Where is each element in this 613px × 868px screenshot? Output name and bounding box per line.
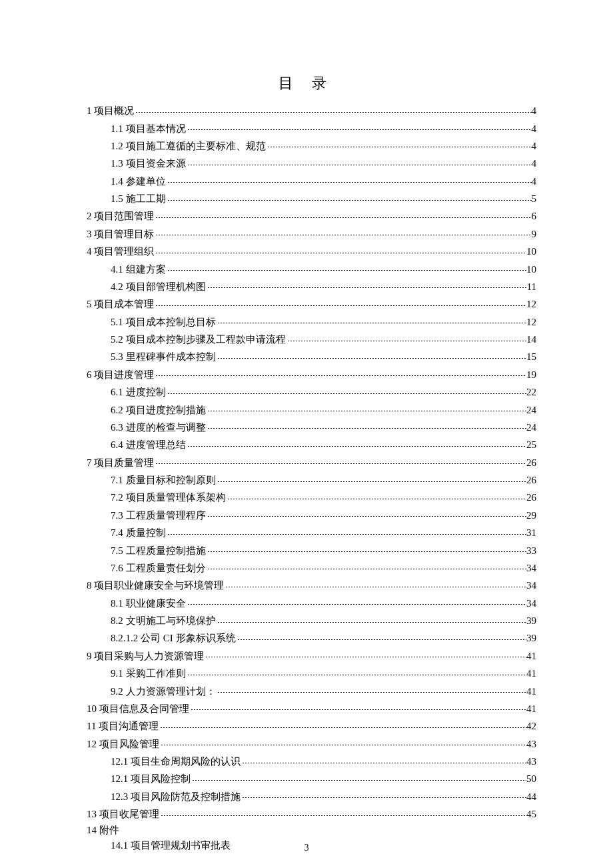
- toc-leader-dots: [207, 403, 527, 413]
- toc-entry-label: 4 项目管理组织: [87, 247, 154, 257]
- toc-entry[interactable]: 9.1 采购工作准则41: [87, 664, 536, 681]
- toc-entry-page: 14: [526, 335, 536, 345]
- toc-entry-page: 4: [532, 141, 537, 151]
- toc-entry-title: 项目部管理机构图: [123, 281, 206, 292]
- toc-entry-title: 项目采购与人力资源管理: [92, 651, 205, 661]
- toc-entry[interactable]: 1.2 项目施工遵循的主要标准、规范4: [87, 137, 536, 154]
- toc-entry-title: 附件: [97, 825, 119, 835]
- toc-entry[interactable]: 8.1 职业健康安全34: [87, 594, 536, 611]
- toc-leader-dots: [225, 579, 526, 589]
- toc-entry-page: 4: [532, 159, 537, 169]
- toc-entry-label: 12.3 项目风险防范及控制措施: [111, 792, 241, 802]
- toc-entry[interactable]: 10 项目信息及合同管理41: [87, 699, 536, 717]
- toc-entry-number: 6.4: [111, 439, 123, 450]
- toc-entry[interactable]: 7 项目质量管理26: [87, 453, 536, 471]
- toc-entry[interactable]: 5.3 里程碑事件成本控制15: [87, 347, 536, 365]
- toc-leader-dots: [227, 491, 527, 501]
- toc-entry[interactable]: 8 项目职业健康安全与环境管理34: [87, 576, 536, 593]
- toc-entry[interactable]: 1.5 施工工期5: [87, 189, 536, 207]
- toc-entry[interactable]: 5.1 项目成本控制总目标12: [87, 313, 536, 330]
- toc-entry-title: 组建方案: [123, 264, 166, 275]
- toc-entry[interactable]: 3 项目管理目标9: [87, 225, 536, 242]
- toc-entry[interactable]: 11 项目沟通管理42: [87, 717, 536, 734]
- toc-entry-title: 项目管理组织: [92, 246, 155, 257]
- toc-entry[interactable]: 7.5 工程质量控制措施33: [87, 541, 536, 558]
- toc-entry[interactable]: 12 项目风险管理43: [87, 735, 536, 752]
- toc-entry[interactable]: 12.1 项目风险控制50: [87, 769, 536, 787]
- toc-entry[interactable]: 7.1 质量目标和控制原则26: [87, 471, 536, 488]
- toc-entry-page: 34: [526, 599, 536, 609]
- toc-entry-number: 9: [87, 651, 92, 661]
- toc-entry[interactable]: 14 附件: [87, 822, 536, 837]
- toc-entry[interactable]: 13 项目收尾管理45: [87, 805, 536, 822]
- toc-entry[interactable]: 7.4 质量控制31: [87, 523, 536, 541]
- toc-entry-label: 12 项目风险管理: [87, 739, 159, 749]
- toc-entry-page: 31: [526, 528, 536, 538]
- toc-leader-dots: [160, 719, 526, 729]
- toc-entry[interactable]: 8.2 文明施工与环境保护39: [87, 611, 536, 629]
- toc-entry-label: 6.2 项目进度控制措施: [111, 405, 206, 415]
- toc-entry[interactable]: 6 项目进度管理19: [87, 365, 536, 383]
- toc-entry-title: 项目成本控制总目标: [123, 317, 216, 327]
- toc-entry-page: 25: [526, 440, 536, 450]
- toc-entry-number: 7: [87, 457, 92, 468]
- toc-entry[interactable]: 1 项目概况4: [87, 101, 536, 119]
- toc-entry-number: 13: [87, 809, 97, 819]
- toc-entry[interactable]: 12.1 项目生命周期风险的认识43: [87, 752, 536, 769]
- toc-entry[interactable]: 1.3 项目资金来源4: [87, 154, 536, 171]
- toc-entry[interactable]: 6.3 进度的检查与调整24: [87, 418, 536, 435]
- toc-entry-label: 5.3 里程碑事件成本控制: [111, 352, 216, 362]
- toc-entry[interactable]: 9.2 人力资源管理计划：41: [87, 681, 536, 699]
- toc-entry[interactable]: 4.2 项目部管理机构图11: [87, 277, 536, 295]
- toc-leader-dots: [217, 350, 527, 360]
- toc-entry-page: 43: [526, 739, 536, 749]
- toc-entry-title: 项目收尾管理: [97, 809, 159, 819]
- toc-entry-title: 工程质量控制措施: [123, 545, 206, 556]
- toc-entry-number: 7.5: [111, 545, 123, 556]
- toc-entry-number: 6.2: [111, 405, 123, 415]
- toc-leader-dots: [167, 526, 527, 536]
- toc-entry-page: 10: [526, 247, 536, 257]
- toc-leader-dots: [191, 702, 526, 712]
- toc-entry-title: 项目质量管理: [92, 457, 155, 468]
- toc-leader-dots: [217, 473, 527, 483]
- toc-entry-number: 5.2: [111, 334, 123, 345]
- toc-entry-label: 6.4 进度管理总结: [111, 440, 186, 450]
- toc-entry[interactable]: 7.3 工程质量管理程序29: [87, 506, 536, 523]
- toc-entry-label: 6.1 进度控制: [111, 387, 166, 397]
- toc-entry[interactable]: 12.3 项目风险防范及控制措施44: [87, 787, 536, 805]
- toc-entry-title: 项目资金来源: [123, 158, 186, 169]
- toc-entry[interactable]: 5.2 项目成本控制步骤及工程款申请流程14: [87, 330, 536, 347]
- toc-entry[interactable]: 2 项目范围管理6: [87, 207, 536, 224]
- toc-entry[interactable]: 4.1 组建方案10: [87, 259, 536, 277]
- toc-entry[interactable]: 9 项目采购与人力资源管理41: [87, 647, 536, 664]
- toc-entry-title: 项目职业健康安全与环境管理: [92, 580, 225, 591]
- toc-entry-label: 9 项目采购与人力资源管理: [87, 651, 204, 661]
- toc-leader-dots: [167, 175, 532, 185]
- toc-entry-label: 4.2 项目部管理机构图: [111, 282, 206, 292]
- toc-entry[interactable]: 7.2 项目质量管理体系架构26: [87, 488, 536, 505]
- toc-entry-number: 1.2: [111, 141, 123, 151]
- toc-entry-title: 项目进度控制措施: [123, 405, 206, 415]
- toc-entry-page: 44: [526, 792, 536, 802]
- toc-entry[interactable]: 7.6 工程质量责任划分34: [87, 559, 536, 576]
- toc-entry-number: 5: [87, 299, 92, 309]
- toc-entry[interactable]: 6.1 进度控制22: [87, 383, 536, 400]
- toc-entry[interactable]: 5 项目成本管理12: [87, 295, 536, 312]
- toc-entry-page: 4: [532, 124, 537, 134]
- toc-entry-page: 22: [526, 387, 536, 397]
- toc-entry-number: 12.1: [111, 756, 128, 767]
- toc-entry[interactable]: 6.4 进度管理总结25: [87, 435, 536, 453]
- toc-entry-number: 7.1: [111, 475, 123, 485]
- toc-entry[interactable]: 6.2 项目进度控制措施24: [87, 400, 536, 417]
- toc-entry-number: 12: [87, 739, 97, 749]
- toc-entry-page: 34: [526, 563, 536, 573]
- toc-entry[interactable]: 1.4 参建单位4: [87, 172, 536, 189]
- toc-entry-label: 5.1 项目成本控制总目标: [111, 317, 216, 327]
- toc-entry-label: 8 项目职业健康安全与环境管理: [87, 581, 224, 591]
- toc-leader-dots: [192, 772, 526, 782]
- toc-entry[interactable]: 8.2.1.2 公司 CI 形象标识系统39: [87, 629, 536, 646]
- toc-entry[interactable]: 4 项目管理组织10: [87, 242, 536, 259]
- toc-entry[interactable]: 1.1 项目基本情况4: [87, 119, 536, 136]
- toc-entry-title: 项目生命周期风险的认识: [128, 756, 241, 767]
